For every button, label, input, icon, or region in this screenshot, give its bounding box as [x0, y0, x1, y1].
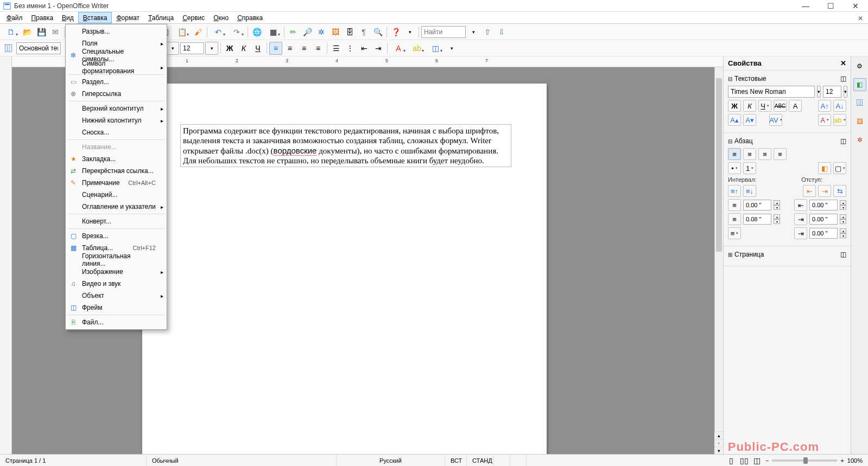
vertical-scrollbar[interactable]: ▴ ◦ ▾ [714, 67, 723, 454]
status-modified-icon[interactable] [494, 455, 510, 466]
insert-menu-item[interactable]: Конверт... [66, 215, 167, 227]
toolbar-overflow-icon[interactable]: ▾ [403, 25, 416, 39]
sb-border-button[interactable]: ▢ [833, 162, 846, 174]
menu-правка[interactable]: Правка [27, 12, 58, 23]
scrollbar-thumb[interactable] [716, 78, 722, 252]
sb-space-above-input[interactable] [743, 200, 771, 210]
sb-shrink-font-button[interactable]: A▾ [743, 114, 756, 126]
sb-space-below-input[interactable] [743, 214, 771, 225]
insert-menu-item[interactable]: ⎘Файл... [66, 316, 167, 328]
align-left-button[interactable]: ≡ [269, 42, 282, 55]
insert-menu-item[interactable]: ★Закладка... [66, 153, 167, 165]
sb-bullets-button[interactable]: • [728, 162, 741, 174]
sb-italic-button[interactable]: К [743, 100, 756, 112]
nav-select-button[interactable]: ◦ [714, 439, 723, 446]
menu-справка[interactable]: Справка [233, 12, 267, 23]
insert-menu-item[interactable]: Оглавление и указатели [66, 201, 167, 213]
find-dropdown-icon[interactable]: ▾ [467, 25, 480, 39]
highlight-button[interactable]: ab [408, 42, 426, 55]
spin-up[interactable]: ▴ [840, 214, 846, 219]
document-text-frame[interactable]: Программа содержит все функции текстовог… [180, 124, 511, 167]
status-page[interactable]: Страница 1 / 1 [0, 455, 147, 466]
hyperlink-button[interactable]: 🌐 [250, 25, 263, 39]
sb-superscript-button[interactable]: A↑ [818, 100, 831, 112]
background-color-button[interactable]: ◫ [427, 42, 444, 55]
spin-down[interactable]: ▾ [840, 205, 846, 210]
sidebar-navigator-tab[interactable]: ✲ [853, 133, 866, 146]
insert-menu-item[interactable]: Объект [66, 290, 167, 302]
styles-button[interactable]: ⿲ [2, 42, 15, 55]
insert-menu-item[interactable]: Изображение [66, 266, 167, 278]
sidebar-properties-tab[interactable]: ◧ [853, 78, 866, 91]
numbering-button[interactable]: ☰ [330, 42, 343, 55]
sb-shadow-button[interactable]: A [789, 100, 802, 112]
view-multi-page-icon[interactable]: ▯▯ [739, 456, 749, 465]
status-style[interactable]: Обычный [147, 455, 337, 466]
para-section-more-icon[interactable]: ◫ [840, 137, 846, 145]
sidebar-close-icon[interactable]: ✕ [840, 59, 846, 67]
insert-menu-item[interactable]: ▢Врезка... [66, 230, 167, 242]
menu-вставка[interactable]: Вставка [78, 12, 112, 23]
font-size-combo[interactable] [180, 42, 204, 54]
insert-menu-item[interactable]: Сноска... [66, 126, 167, 138]
view-single-page-icon[interactable]: ▯ [726, 456, 736, 465]
zoom-handle[interactable] [803, 457, 808, 464]
insert-menu-item[interactable]: ◫Фрейм [66, 302, 167, 314]
zoom-out-icon[interactable]: − [765, 457, 769, 464]
menu-формат[interactable]: Формат [112, 12, 144, 23]
underline-button[interactable]: Ч [251, 42, 264, 55]
sb-numbering-button[interactable]: 1 [743, 162, 756, 174]
sb-strike-button[interactable]: ABC [774, 100, 787, 112]
zoom-in-icon[interactable]: + [840, 457, 844, 464]
undo-button[interactable]: ↶ [210, 25, 227, 39]
document-close-button[interactable]: ✕ [856, 14, 865, 23]
italic-button[interactable]: К [237, 42, 250, 55]
font-name-arrow-icon[interactable]: ▾ [166, 42, 179, 55]
menu-файл[interactable]: Файл [2, 12, 27, 23]
align-right-button[interactable]: ≡ [297, 42, 311, 55]
menu-таблица[interactable]: Таблица [144, 12, 178, 23]
zoom-value[interactable]: 100% [847, 457, 863, 464]
spin-up[interactable]: ▴ [840, 228, 846, 233]
sb-bold-button[interactable]: Ж [728, 100, 741, 112]
sb-align-right-button[interactable]: ≡ [758, 148, 771, 160]
menu-сервис[interactable]: Сервис [178, 12, 209, 23]
insert-menu-item[interactable]: ▭Раздел... [66, 76, 167, 88]
open-button[interactable]: 📂 [21, 25, 34, 39]
spin-up[interactable]: ▴ [840, 200, 846, 205]
insert-menu-item[interactable]: Символ форматирования [66, 61, 167, 73]
document-page[interactable]: Программа содержит все функции текстовог… [142, 84, 547, 454]
sb-font-arrow[interactable]: ▾ [817, 86, 821, 98]
find-prev-button[interactable]: ⇧ [481, 25, 494, 39]
align-center-button[interactable]: ≡ [283, 42, 296, 55]
sidebar-settings-icon[interactable]: ⚙ [853, 60, 866, 73]
sb-align-center-button[interactable]: ≡ [743, 148, 756, 160]
sb-inc-spacing-button[interactable]: ≡↑ [728, 185, 741, 197]
insert-menu-item[interactable]: Верхний колонтитул [66, 103, 167, 114]
email-button[interactable]: ✉ [49, 25, 62, 39]
sb-dec-spacing-button[interactable]: ≡↓ [743, 185, 756, 197]
sb-dec-indent-button[interactable]: ⇤ [803, 185, 816, 197]
text-section-more-icon[interactable]: ◫ [840, 75, 846, 82]
spin-down[interactable]: ▾ [840, 219, 846, 224]
sb-grow-font-button[interactable]: A▴ [728, 114, 741, 126]
save-button[interactable]: 💾 [35, 25, 48, 39]
sb-inc-indent-button[interactable]: ⇥ [818, 185, 831, 197]
paste-button[interactable]: 📋 [173, 25, 191, 39]
maximize-button[interactable]: ☐ [818, 0, 843, 12]
insert-menu-item[interactable]: Разрыв... [66, 25, 167, 37]
close-button[interactable]: ✕ [843, 0, 868, 12]
sb-font-size-combo[interactable] [823, 86, 841, 98]
minimize-button[interactable]: — [793, 0, 818, 12]
find-input[interactable] [421, 26, 466, 38]
sb-indent-right-input[interactable] [809, 214, 838, 225]
sb-spacing-button[interactable]: AV [769, 114, 782, 126]
sb-line-spacing-button[interactable]: ≡ [728, 227, 741, 239]
insert-menu-item[interactable]: Горизонтальная линия... [66, 254, 167, 266]
page-section-more-icon[interactable]: ◫ [840, 251, 846, 258]
decrease-indent-button[interactable]: ⇤ [358, 42, 371, 55]
insert-menu-item[interactable]: ✎ПримечаниеCtrl+Alt+C [66, 177, 167, 189]
sb-firstline-input[interactable] [809, 228, 838, 239]
sb-highlight-button[interactable]: ab [833, 114, 846, 126]
sb-subscript-button[interactable]: A↓ [833, 100, 846, 112]
